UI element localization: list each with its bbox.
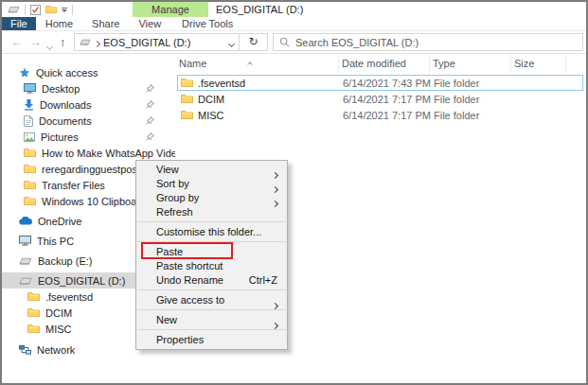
drive-icon — [19, 277, 32, 285]
file-row-misc[interactable]: MISC 6/14/2021 7:17 PM File folder — [177, 107, 583, 123]
breadcrumb[interactable]: EOS_DIGITAL (D:) — [103, 37, 190, 48]
explorer-window: Manage EOS_DIGITAL (D:) File Home Share … — [0, 0, 588, 385]
star-icon — [19, 67, 30, 79]
menu-item-paste[interactable]: Paste — [136, 245, 287, 259]
menu-item-new[interactable]: New — [136, 313, 287, 327]
network-icon — [19, 345, 31, 355]
refresh-button[interactable]: ↻ — [239, 33, 268, 51]
menu-item-customise-this-folder[interactable]: Customise this folder... — [136, 225, 287, 239]
tab-file[interactable]: File — [2, 17, 36, 30]
menu-item-view[interactable]: View — [136, 163, 287, 177]
file-row-dcim[interactable]: DCIM 6/14/2021 7:17 PM File folder — [177, 91, 583, 107]
back-icon[interactable]: ← — [10, 34, 23, 50]
folder-icon — [24, 148, 36, 158]
pc-icon — [19, 236, 31, 246]
address-dropdown-icon[interactable] — [229, 37, 234, 48]
toolbar-separator — [25, 5, 26, 15]
tab-home[interactable]: Home — [36, 17, 82, 30]
folder-icon — [181, 110, 193, 120]
menu-separator — [137, 221, 286, 222]
search-box[interactable] — [273, 33, 583, 51]
document-icon — [24, 115, 33, 127]
toolbar-separator — [72, 5, 73, 15]
column-headers: Name Date modified Type Size — [176, 54, 586, 73]
forward-icon[interactable]: → — [29, 34, 42, 50]
menu-separator — [137, 329, 286, 330]
pin-icon[interactable] — [146, 84, 154, 93]
folder-icon — [27, 324, 40, 334]
menu-item-undo-rename[interactable]: Undo RenameCtrl+Z — [136, 273, 287, 288]
search-icon — [279, 37, 290, 47]
download-arrow-icon — [24, 99, 34, 111]
folder-icon — [24, 196, 36, 206]
pin-icon[interactable] — [146, 132, 154, 141]
column-header-type[interactable]: Type — [430, 54, 511, 73]
sidebar-item-documents[interactable]: Documents — [2, 113, 175, 129]
menu-item-sort-by[interactable]: Sort by — [136, 177, 287, 191]
tab-view[interactable]: View — [129, 17, 170, 30]
column-header-name[interactable]: Name — [176, 54, 339, 73]
tab-share[interactable]: Share — [82, 17, 129, 30]
drive-icon — [8, 6, 20, 13]
up-icon[interactable]: ↑ — [60, 34, 66, 50]
sort-ascending-icon — [248, 57, 252, 68]
breadcrumb-chevron-icon — [95, 37, 99, 48]
address-bar: ← → ↑ EOS_DIGITAL (D:) ↻ — [2, 31, 586, 54]
address-field[interactable]: EOS_DIGITAL (D:) — [74, 33, 240, 51]
menu-separator — [137, 289, 286, 290]
menu-item-group-by[interactable]: Group by — [136, 191, 287, 205]
ribbon-tab-bar: File Home Share View Drive Tools — [2, 17, 586, 31]
new-folder-icon[interactable] — [45, 5, 57, 14]
drive-icon — [80, 39, 91, 45]
context-menu: View Sort by Group by Refresh Customise … — [135, 160, 288, 350]
column-header-date-modified[interactable]: Date modified — [339, 54, 430, 73]
drive-icon — [19, 257, 32, 265]
sidebar-item-pictures[interactable]: Pictures — [2, 129, 175, 145]
pin-icon[interactable] — [146, 116, 154, 125]
sidebar-item-folder[interactable]: How to Make WhatsApp Video Call — [2, 145, 175, 161]
sidebar-item-desktop[interactable]: Desktop — [2, 80, 175, 96]
picture-icon — [24, 132, 35, 142]
tab-drive-tools[interactable]: Drive Tools — [172, 17, 242, 30]
menu-item-paste-shortcut[interactable]: Paste shortcut — [136, 259, 287, 273]
submenu-arrow-icon — [273, 298, 277, 312]
submenu-arrow-icon — [273, 318, 277, 332]
folder-icon — [27, 291, 40, 302]
menu-separator — [137, 309, 286, 310]
folder-icon — [24, 180, 36, 190]
recent-locations-chevron-icon[interactable] — [47, 40, 52, 51]
title-bar: Manage EOS_DIGITAL (D:) — [2, 2, 586, 17]
manage-contextual-tab[interactable]: Manage — [133, 2, 208, 17]
search-input[interactable] — [295, 37, 577, 48]
file-row-fseventsd[interactable]: .fseventsd 6/14/2021 7:43 PM File folder — [177, 75, 583, 91]
customize-toolbar-caret-icon[interactable] — [62, 8, 67, 12]
folder-icon — [27, 307, 40, 318]
properties-check-icon[interactable] — [30, 5, 41, 15]
monitor-icon — [24, 83, 36, 94]
quick-access-toolbar — [8, 3, 73, 16]
column-header-size[interactable]: Size — [511, 54, 566, 73]
folder-icon — [181, 78, 193, 88]
menu-separator — [137, 241, 286, 242]
folder-icon — [181, 94, 193, 104]
sidebar-item-downloads[interactable]: Downloads — [2, 96, 175, 113]
pin-icon[interactable] — [146, 100, 154, 109]
menu-item-give-access-to[interactable]: Give access to — [136, 293, 287, 307]
menu-shortcut: Ctrl+Z — [249, 273, 277, 288]
sidebar-item-quick-access[interactable]: Quick access — [2, 64, 175, 80]
cloud-icon — [19, 217, 32, 225]
menu-item-properties[interactable]: Properties — [136, 333, 287, 347]
window-title: EOS_DIGITAL (D:) — [216, 2, 303, 17]
folder-icon — [24, 164, 36, 174]
menu-item-refresh[interactable]: Refresh — [136, 205, 287, 219]
